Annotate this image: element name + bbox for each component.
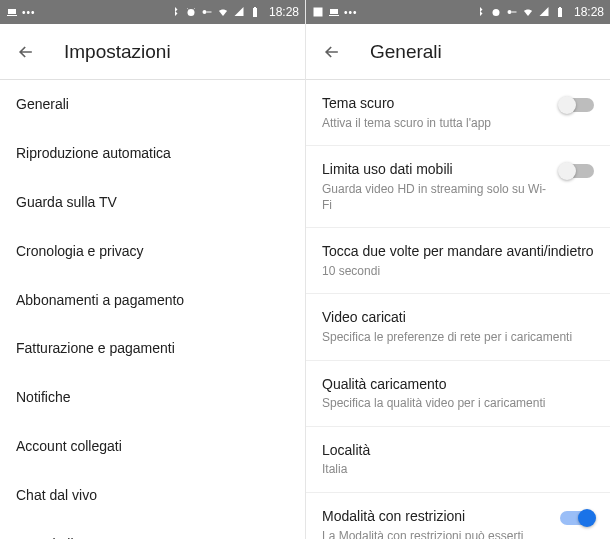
settings-item-label: Account collegati (16, 437, 122, 456)
settings-item-label: Cronologia e privacy (16, 242, 144, 261)
screen-settings: ••• 18:28 Impostazioni Generali Riproduz… (0, 0, 305, 539)
general-list: Tema scuro Attiva il tema scuro in tutta… (306, 80, 610, 539)
toggle-restrizioni[interactable] (560, 511, 594, 525)
image-icon (312, 6, 324, 18)
svg-rect-4 (254, 7, 256, 8)
row-restrizioni[interactable]: Modalità con restrizioni La Modalità con… (306, 492, 610, 539)
settings-item-account[interactable]: Account collegati (0, 422, 305, 471)
screen-general: ••• 18:28 Generali Tema scuro Attiva il … (305, 0, 610, 539)
toggle-limita-dati[interactable] (560, 164, 594, 178)
wifi-icon (522, 6, 534, 18)
svg-point-0 (187, 9, 194, 16)
bluetooth-icon (169, 6, 181, 18)
svg-point-1 (202, 10, 206, 14)
alarm-icon (185, 6, 197, 18)
back-arrow-icon[interactable] (322, 42, 342, 62)
statusbar: ••• 18:28 (306, 0, 610, 24)
dots-icon: ••• (22, 7, 36, 18)
settings-item-tv[interactable]: Guarda sulla TV (0, 178, 305, 227)
settings-item-label: Chat dal vivo (16, 486, 97, 505)
settings-item-label: Guarda sulla TV (16, 193, 117, 212)
row-label: Località (322, 441, 594, 460)
page-title: Impostazioni (64, 41, 171, 63)
row-tema-scuro[interactable]: Tema scuro Attiva il tema scuro in tutta… (306, 80, 610, 145)
row-label: Tocca due volte per mandare avanti/indie… (322, 242, 594, 261)
back-arrow-icon[interactable] (16, 42, 36, 62)
settings-item-riproduzione[interactable]: Riproduzione automatica (0, 129, 305, 178)
settings-item-label: Generali (16, 95, 69, 114)
status-time: 18:28 (574, 5, 604, 19)
row-sub: 10 secondi (322, 263, 594, 279)
dots-icon: ••• (344, 7, 358, 18)
settings-item-label: Notifiche (16, 388, 70, 407)
wifi-icon (217, 6, 229, 18)
row-sub: Italia (322, 461, 594, 477)
settings-item-label: Fatturazione e pagamenti (16, 339, 175, 358)
row-qualita[interactable]: Qualità caricamento Specifica la qualità… (306, 360, 610, 426)
header: Impostazioni (0, 24, 305, 80)
settings-item-fatturazione[interactable]: Fatturazione e pagamenti (0, 324, 305, 373)
statusbar: ••• 18:28 (0, 0, 305, 24)
row-sub: Specifica le preferenze di rete per i ca… (322, 329, 594, 345)
status-time: 18:28 (269, 5, 299, 19)
row-double-tap[interactable]: Tocca due volte per mandare avanti/indie… (306, 227, 610, 293)
svg-rect-2 (206, 12, 211, 13)
svg-rect-3 (253, 8, 257, 17)
row-sub: Attiva il tema scuro in tutta l'app (322, 115, 548, 131)
alarm-icon (490, 6, 502, 18)
toggle-tema-scuro[interactable] (560, 98, 594, 112)
settings-item-label: Riproduzione automatica (16, 144, 171, 163)
header: Generali (306, 24, 610, 80)
svg-point-7 (507, 10, 511, 14)
svg-rect-5 (314, 8, 323, 17)
settings-item-abbonamenti[interactable]: Abbonamenti a pagamento (0, 276, 305, 325)
row-sub: Specifica la qualità video per i caricam… (322, 395, 594, 411)
laptop-icon (328, 6, 340, 18)
row-label: Qualità caricamento (322, 375, 594, 394)
signal-icon (538, 6, 550, 18)
settings-item-label: Sottotitoli (16, 535, 74, 539)
row-sub: Guarda video HD in streaming solo su Wi-… (322, 181, 548, 213)
settings-item-label: Abbonamenti a pagamento (16, 291, 184, 310)
signal-icon (233, 6, 245, 18)
key-icon (506, 6, 518, 18)
settings-item-notifiche[interactable]: Notifiche (0, 373, 305, 422)
row-localita[interactable]: Località Italia (306, 426, 610, 492)
row-limita-dati[interactable]: Limita uso dati mobili Guarda video HD i… (306, 145, 610, 227)
svg-point-6 (492, 9, 499, 16)
settings-list: Generali Riproduzione automatica Guarda … (0, 80, 305, 539)
laptop-icon (6, 6, 18, 18)
svg-rect-9 (558, 8, 562, 17)
key-icon (201, 6, 213, 18)
row-label: Tema scuro (322, 94, 548, 113)
row-label: Video caricati (322, 308, 594, 327)
settings-item-sottotitoli[interactable]: Sottotitoli (0, 520, 305, 539)
row-sub: La Modalità con restrizioni può esserti … (322, 528, 548, 539)
svg-rect-8 (511, 12, 516, 13)
settings-item-generali[interactable]: Generali (0, 80, 305, 129)
row-label: Limita uso dati mobili (322, 160, 548, 179)
battery-icon (554, 6, 566, 18)
bluetooth-icon (474, 6, 486, 18)
row-label: Modalità con restrizioni (322, 507, 548, 526)
page-title: Generali (370, 41, 442, 63)
battery-icon (249, 6, 261, 18)
settings-item-privacy[interactable]: Cronologia e privacy (0, 227, 305, 276)
row-video-caricati[interactable]: Video caricati Specifica le preferenze d… (306, 293, 610, 359)
svg-rect-10 (559, 7, 561, 8)
settings-item-chat[interactable]: Chat dal vivo (0, 471, 305, 520)
